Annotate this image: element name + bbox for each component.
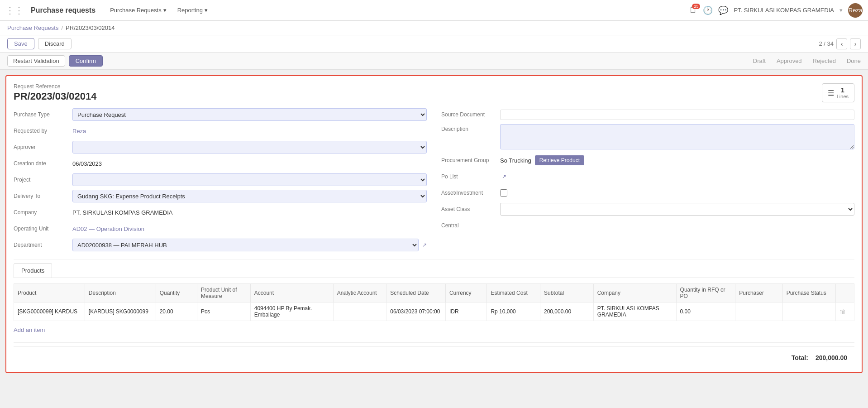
status-approved: Approved	[777, 58, 802, 64]
total-label: Total:	[792, 354, 808, 361]
breadcrumb-parent[interactable]: Purchase Requests	[7, 24, 58, 31]
approver-select[interactable]	[72, 141, 427, 154]
notifications-icon[interactable]: 🗒 25	[689, 5, 697, 15]
prev-record-button[interactable]: ‹	[836, 38, 847, 49]
cell-quantity: 20.00	[156, 302, 197, 321]
lines-count: 1	[837, 86, 849, 94]
project-row: Project	[14, 173, 427, 187]
description-textarea[interactable]	[500, 124, 854, 149]
breadcrumb: Purchase Requests / PR/2023/03/02014	[0, 21, 868, 35]
confirm-button[interactable]: Confirm	[69, 55, 103, 67]
delivery-to-label: Delivery To	[14, 193, 72, 199]
save-button[interactable]: Save	[7, 38, 34, 49]
col-header-qty-rfq: Quantity in RFQ or PO	[676, 284, 735, 302]
form-card: Request Reference PR/2023/03/02014 ☰ 1 L…	[5, 75, 863, 373]
requested-by-value: Reza	[72, 128, 427, 134]
retrieve-product-button[interactable]: Retrieve Product	[535, 155, 584, 165]
cell-status	[782, 302, 836, 321]
po-list-external-link-icon[interactable]: ↗	[502, 173, 506, 180]
department-select[interactable]: AD02000938 — PALMERAH HUB	[72, 239, 419, 251]
col-header-company: Company	[593, 284, 676, 302]
source-doc-row: Source Document	[441, 108, 854, 121]
tab-products[interactable]: Products	[14, 263, 52, 278]
products-table: Product Description Quantity Product Uni…	[14, 283, 854, 321]
creation-date-row: Creation date 06/03/2023	[14, 157, 427, 170]
purchase-type-row: Purchase Type Purchase Request	[14, 108, 427, 121]
chat-icon[interactable]: 💬	[718, 5, 728, 15]
description-label: Description	[441, 124, 500, 132]
creation-date-label: Creation date	[14, 160, 72, 167]
asset-class-select[interactable]	[500, 203, 854, 216]
procurement-group-label: Procurement Group	[441, 157, 500, 163]
clock-icon[interactable]: 🕐	[703, 5, 713, 15]
cell-qty-rfq: 0.00	[676, 302, 735, 321]
company-value: PT. SIRKULASI KOMPAS GRAMEDIA	[72, 209, 427, 216]
cell-company: PT. SIRKULASI KOMPAS GRAMEDIA	[593, 302, 676, 321]
app-grid-icon[interactable]: ⋮⋮	[5, 5, 24, 16]
cell-description: [KARDUS] SKG0000099	[85, 302, 156, 321]
central-row: Central	[441, 219, 854, 232]
col-header-purchaser: Purchaser	[735, 284, 783, 302]
department-external-link-icon[interactable]: ↗	[422, 242, 427, 248]
asset-class-row: Asset Class	[441, 202, 854, 216]
source-doc-input[interactable]	[500, 110, 854, 120]
nav-purchase-requests[interactable]: Purchase Requests ▾	[106, 5, 170, 15]
asset-investment-checkbox[interactable]	[500, 189, 507, 197]
company-name[interactable]: PT. SIRKULASI KOMPAS GRAMEDIA	[734, 7, 834, 14]
cell-delete[interactable]: 🗑	[836, 302, 854, 321]
form-right: Source Document Description Procurement …	[441, 108, 854, 252]
approver-label: Approver	[14, 144, 72, 150]
col-header-subtotal: Subtotal	[540, 284, 594, 302]
project-label: Project	[14, 177, 72, 183]
purchase-type-label: Purchase Type	[14, 111, 72, 118]
col-header-analytic: Analytic Account	[333, 284, 386, 302]
operating-unit-value: AD02 — Operation Division	[72, 226, 427, 232]
central-label: Central	[441, 222, 500, 229]
form-left: Purchase Type Purchase Request Requested…	[14, 108, 427, 252]
col-header-estimated-cost: Estimated Cost	[487, 284, 540, 302]
source-doc-label: Source Document	[441, 111, 500, 118]
department-row: Department AD02000938 — PALMERAH HUB ↗	[14, 238, 427, 252]
lines-label: Lines	[837, 94, 849, 99]
col-header-currency: Currency	[445, 284, 486, 302]
total-value: 200,000.00	[816, 354, 847, 361]
tab-bar: Products	[14, 263, 854, 278]
cell-uom: Pcs	[197, 302, 251, 321]
request-reference-section: Request Reference PR/2023/03/02014 ☰ 1 L…	[14, 83, 854, 102]
delivery-to-row: Delivery To Gudang SKG: Expense Product …	[14, 189, 427, 203]
col-header-quantity: Quantity	[156, 284, 197, 302]
col-header-scheduled-date: Scheduled Date	[386, 284, 446, 302]
add-item-link[interactable]: Add an item	[14, 324, 45, 336]
breadcrumb-current: PR/2023/03/02014	[66, 24, 114, 31]
cell-product: [SKG0000099] KARDUS	[14, 302, 85, 321]
project-select[interactable]	[72, 173, 427, 186]
app-title: Purchase requests	[31, 6, 95, 14]
table-row: [SKG0000099] KARDUS [KARDUS] SKG0000099 …	[14, 302, 854, 321]
company-row: Company PT. SIRKULASI KOMPAS GRAMEDIA	[14, 206, 427, 219]
col-header-uom: Product Unit of Measure	[197, 284, 251, 302]
discard-button[interactable]: Discard	[38, 38, 72, 49]
toolbar: Save Discard 2 / 34 ‹ ›	[0, 35, 868, 53]
company-label: Company	[14, 209, 72, 216]
top-right-actions: 🗒 25 🕐 💬 PT. SIRKULASI KOMPAS GRAMEDIA ▾…	[689, 3, 863, 18]
nav-reporting[interactable]: Reporting ▾	[174, 5, 211, 15]
request-reference-label: Request Reference	[14, 83, 97, 90]
purchase-type-select[interactable]: Purchase Request	[72, 108, 427, 121]
top-navigation: ⋮⋮ Purchase requests Purchase Requests ▾…	[0, 0, 868, 21]
col-header-description: Description	[85, 284, 156, 302]
user-avatar[interactable]: Reza	[848, 3, 863, 18]
next-record-button[interactable]: ›	[850, 38, 861, 49]
cell-currency: IDR	[445, 302, 486, 321]
po-list-label: Po List	[441, 173, 500, 180]
request-reference-value: PR/2023/03/02014	[14, 91, 97, 102]
status-done: Done	[847, 58, 861, 64]
po-list-row: Po List ↗	[441, 170, 854, 183]
purchase-type-field: Purchase Request	[72, 108, 427, 121]
col-header-purchase-status: Purchase Status	[782, 284, 836, 302]
cell-subtotal: 200,000.00	[540, 302, 594, 321]
lines-button[interactable]: ☰ 1 Lines	[822, 83, 854, 102]
requested-by-row: Requested by Reza	[14, 124, 427, 138]
delivery-to-select[interactable]: Gudang SKG: Expense Product Receipts	[72, 190, 427, 202]
asset-class-label: Asset Class	[441, 206, 500, 212]
restart-validation-button[interactable]: Restart Validation	[7, 55, 65, 67]
